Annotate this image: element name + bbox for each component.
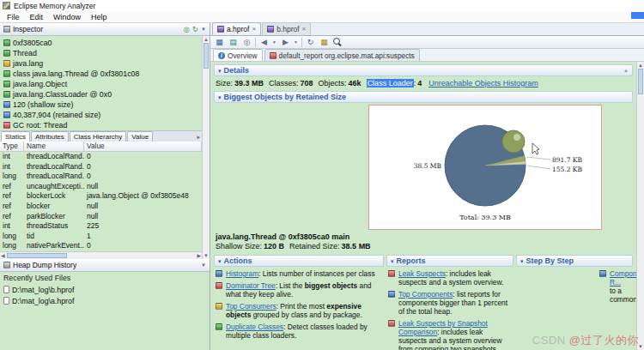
inspector-object-tree: 0xf3805ca0 Thread java.lang class java.l… [0,36,202,130]
dominator-tree-icon[interactable] [228,37,239,48]
column-name[interactable]: Name [24,142,84,151]
scroll-up-icon[interactable] [204,37,209,42]
query-browser-icon[interactable] [319,37,330,48]
collapse-icon[interactable] [391,258,394,264]
top-components-link[interactable]: Top Components [398,290,453,299]
collapse-icon[interactable] [218,94,222,100]
back-menu-icon[interactable] [272,40,277,45]
pie-highlight-slice[interactable] [502,130,525,153]
scroll-left-icon[interactable] [1,253,5,258]
table-row[interactable]: longtid1 [0,232,202,242]
cell-value: null [84,202,202,212]
menu-edit[interactable]: Edit [25,13,49,21]
heap-file-icon [3,297,9,305]
view-menu-icon[interactable] [201,27,206,32]
close-icon[interactable] [252,26,256,33]
tab-attributes[interactable]: Attributes [31,131,69,142]
tree-item[interactable]: Thread [0,48,202,58]
table-row[interactable]: refparkBlockernull [0,212,202,222]
vertical-scrollbar[interactable] [202,36,210,259]
cell-value: java.lang.Object @ 0xf3805e48 [84,191,202,202]
leader-line [527,166,550,169]
unreachable-objects-link[interactable]: Unreachable Objects Histogram [428,79,538,88]
reports-header[interactable]: Reports [386,255,513,267]
collapse-all-icon[interactable] [623,68,629,73]
tree-item[interactable]: 0xf3805ca0 [0,38,202,48]
duplicate-classes-link[interactable]: Duplicate Classes [226,323,283,331]
cell-value: 0 [84,152,202,162]
scrollbar-thumb[interactable] [204,43,209,69]
table-row[interactable]: longthreadLocalRand...0 [0,172,202,182]
refresh-icon[interactable] [305,37,316,48]
forward-menu-icon[interactable] [294,40,299,45]
scroll-right-icon[interactable] [197,253,201,258]
sync-selection-icon[interactable] [192,26,198,33]
editor-vertical-scrollbar[interactable] [636,62,644,350]
close-icon[interactable] [302,26,307,33]
tab-value[interactable]: Value [127,131,153,142]
table-row[interactable]: refblockerLockjava.lang.Object @ 0xf3805… [0,191,202,202]
actions-header[interactable]: Actions [214,255,384,267]
tree-item[interactable]: 40,387,904 (retained size) [0,110,202,120]
tree-item[interactable]: GC root: Thread [0,120,202,130]
editor-tab-a-hprof[interactable]: a.hprof [212,22,261,35]
step-by-step-header[interactable]: Step By Step [516,255,633,267]
menu-window[interactable]: Window [48,13,86,21]
menu-help[interactable]: Help [86,13,112,21]
step-desc: to a common... [610,287,632,304]
tab-overview[interactable]: Overview [213,49,263,61]
details-section-header[interactable]: Details [214,64,633,76]
tab-class-hierarchy[interactable]: Class Hierarchy [70,131,126,142]
scroll-down-icon[interactable] [204,253,209,258]
histogram-icon[interactable] [214,37,225,48]
tree-item[interactable]: class java.lang.Thread @ 0xf3801c08 [0,69,202,79]
table-row[interactable]: refuncaughtExcepti...null [0,182,202,192]
editor-tab-b-hprof[interactable]: b.hprof [262,22,311,35]
heap-file-item[interactable]: D:\mat_log\a.hprof [3,295,206,306]
leak-suspects-link[interactable]: Leak Suspects [398,269,446,278]
search-icon[interactable] [332,37,343,48]
table-row[interactable]: refblockernull [0,202,202,212]
leak-comparison-icon [388,320,395,327]
toolbar-separator [301,38,302,47]
size-value: 39.3 MB [234,79,264,88]
retained-size-pie-chart[interactable]: 38.5 MB 891.7 KB 155.2 KB Total: 39.3 MB [369,106,601,229]
gc-root-icon [3,122,10,129]
selected-object-label[interactable]: java.lang.Thread @ 0xf3805ca0 main [214,232,633,242]
attribute-table-header: Type Name Value [0,142,202,152]
column-type[interactable]: Type [0,142,24,151]
collapse-icon[interactable] [218,68,222,74]
menu-file[interactable]: File [2,13,25,21]
table-row[interactable]: intthreadStatus225 [0,221,202,232]
classloader-label-selected[interactable]: Class Loader [367,79,414,88]
toolbar-separator [255,38,256,47]
scroll-up-icon[interactable] [638,63,643,68]
tab-statics[interactable]: Statics [1,131,30,142]
tree-item[interactable]: java.lang.Object [0,79,202,89]
tab-default-report[interactable]: default_report org.eclipse.mat.api:suspe… [264,49,420,61]
table-row[interactable]: intthreadLocalRand...0 [0,152,202,162]
leader-line [526,157,550,160]
collapse-icon[interactable] [218,258,222,264]
biggest-objects-section-header[interactable]: Biggest Objects by Retained Size [214,91,633,103]
heap-file-item[interactable]: D:\mat_log\b.hprof [3,284,206,295]
dominator-tree-link[interactable]: Dominator Tree [226,281,276,290]
forward-icon[interactable] [280,37,291,48]
scrollbar-thumb[interactable] [638,69,643,94]
scrollbar-thumb[interactable] [7,253,67,258]
pin-view-icon[interactable] [184,26,190,33]
histogram-link[interactable]: Histogram [226,269,258,278]
tree-item[interactable]: 120 (shallow size) [0,100,202,110]
cell-name: threadLocalRand... [24,152,84,162]
table-row[interactable]: longnativeParkEvent...0 [0,241,202,251]
column-value[interactable]: Value [84,142,202,151]
pin-icon[interactable] [241,37,252,48]
table-row[interactable]: intthreadLocalRand...0 [0,162,202,172]
horizontal-scrollbar[interactable] [0,251,202,259]
collapse-icon[interactable] [520,258,524,264]
tree-item[interactable]: java.lang [0,58,202,69]
back-icon[interactable] [258,37,270,48]
tree-item[interactable]: java.lang.ClassLoader @ 0x0 [0,89,202,100]
top-consumers-link[interactable]: Top Consumers [226,302,276,311]
view-menu-icon[interactable] [201,262,206,268]
